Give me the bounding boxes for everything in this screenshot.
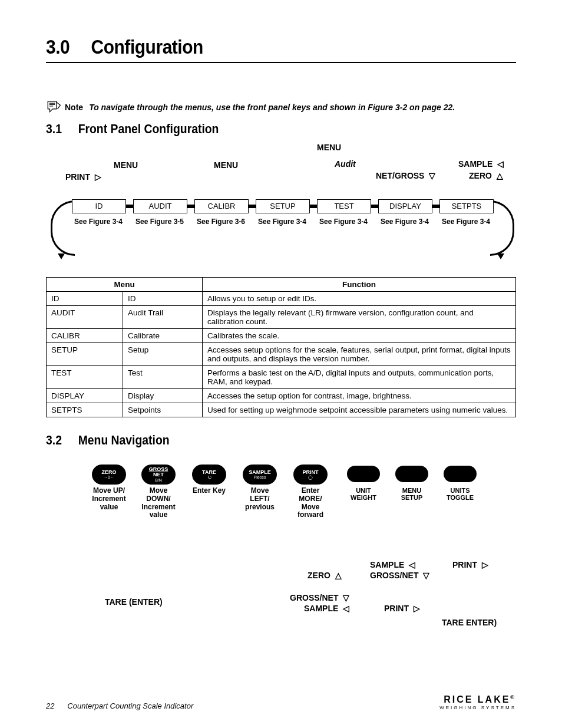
triangle-down-icon: ▽	[423, 571, 429, 580]
registered-icon: ®	[510, 694, 516, 700]
flow-box-calibr: CALIBR	[194, 199, 249, 213]
footer-brand: RICE LAKE® WEIGHING SYSTEMS	[439, 694, 516, 710]
flow-loop-left	[51, 200, 75, 256]
cell: CALIBR	[47, 329, 123, 343]
table-row: SETPTSSetpointsUsed for setting up weigh…	[47, 403, 516, 417]
note-icon	[46, 98, 61, 116]
flow-zero-text: ZERO	[469, 171, 492, 180]
triangle-left-icon: ◁	[343, 604, 349, 613]
cell: Performs a basic test on the A/D, digita…	[203, 366, 516, 389]
key-line: TARE	[202, 470, 216, 475]
flow-zero-label: ZERO △	[469, 171, 503, 180]
cell: Accesses the setup option for contrast, …	[203, 389, 516, 403]
nav-tare-enter-2: TARE ENTER)	[442, 618, 497, 627]
nav-print-text-2: PRINT	[384, 604, 409, 613]
menu-setup-label: MENU SETUP	[391, 487, 432, 501]
zero-key-icon: ZERO →0←	[92, 465, 126, 485]
flow-see-0: See Figure 3-4	[72, 218, 125, 226]
key-line: ZERO	[101, 470, 116, 475]
flow-print-text: PRINT	[65, 172, 90, 182]
nav-zero: ZERO △	[308, 571, 342, 580]
cell: Calibrate	[123, 329, 203, 343]
flow-see-6: See Figure 3-4	[439, 218, 492, 226]
section-3-1-number: 3.1	[46, 121, 75, 137]
flow-netgross-text: NET/GROSS	[376, 171, 424, 180]
triangle-down-icon: ▽	[343, 593, 349, 602]
nav-grossnet-down: GROSS/NET ▽	[370, 571, 429, 580]
flow-see-3: See Figure 3-4	[256, 218, 309, 226]
triangle-up-icon: △	[335, 571, 342, 580]
heading-number: 3.0	[46, 35, 87, 58]
flow-loop-right	[490, 200, 514, 256]
cell: Displays the legally relevant (LR) firmw…	[203, 306, 516, 329]
table-row: CALIBRCalibrateCalibrates the scale.	[47, 329, 516, 343]
triangle-left-icon: ◁	[409, 560, 415, 569]
nav-sample-left-2: SAMPLE ◁	[304, 604, 349, 613]
key-sample: SAMPLE Pieces Move LEFT/ previous	[237, 465, 283, 511]
key-line: PRINT	[303, 470, 319, 475]
flow-top-menu: MENU	[317, 143, 341, 152]
key-print: PRINT ◯ Enter MORE/ Move forward	[287, 465, 333, 519]
print-key-icon: PRINT ◯	[293, 465, 328, 485]
triangle-right-icon: ▷	[414, 604, 420, 613]
cell: DISPLAY	[47, 389, 123, 403]
table-row: IDIDAllows you to setup or edit IDs.	[47, 292, 516, 306]
menu-setup-icon	[395, 466, 428, 482]
nav-grossnet-text: GROSS/NET	[370, 571, 418, 580]
flow-box-id: ID	[72, 199, 126, 213]
table-header-function: Function	[203, 278, 516, 292]
key-menu-setup: MENU SETUP	[391, 466, 432, 501]
table-row: AUDITAudit TrailDisplays the legally rel…	[47, 306, 516, 329]
flow-menu2: MENU	[214, 160, 238, 170]
flow-audit: Audit	[335, 159, 356, 169]
flow-box-setup: SETUP	[256, 199, 310, 213]
key-gross-desc: Move DOWN/ Increment value	[135, 487, 181, 519]
key-sample-desc: Move LEFT/ previous	[237, 487, 283, 511]
brand-subtitle: WEIGHING SYSTEMS	[439, 705, 516, 710]
cell: TEST	[47, 366, 123, 389]
cell: ID	[47, 292, 123, 306]
section-3-2-heading: 3.2 Menu Navigation	[46, 433, 459, 448]
footer-left: 22 Counterpart Counting Scale Indicator	[46, 701, 193, 710]
triangle-right-icon: ▷	[95, 172, 101, 182]
flow-menu1: MENU	[114, 160, 138, 170]
arrow-down-icon	[58, 253, 65, 259]
key-print-desc: Enter MORE/ Move forward	[287, 487, 333, 519]
key-line: SAMPLE	[249, 470, 271, 475]
cell: Allows you to setup or edit IDs.	[203, 292, 516, 306]
cell: SETPTS	[47, 403, 123, 417]
nav-grossnet-text-2: GROSS/NET	[290, 593, 338, 602]
table-header-menu: Menu	[47, 278, 203, 292]
flow-see-5: See Figure 3-4	[378, 218, 431, 226]
flow-box-display: DISPLAY	[378, 199, 432, 213]
unit-weight-label: UNIT WEIGHT	[343, 487, 384, 501]
flow-see-1: See Figure 3-5	[133, 218, 186, 226]
key-tare: TARE ⭮ Enter Key	[186, 465, 232, 495]
brand-text: RICE LAKE	[444, 694, 510, 704]
tare-key-icon: TARE ⭮	[192, 465, 226, 485]
flow-box-setpts: SETPTS	[439, 199, 494, 213]
nav-print-right: PRINT ▷	[452, 560, 488, 569]
table-header-row: Menu Function	[47, 278, 516, 292]
note-text: To navigate through the menus, use the f…	[89, 103, 455, 112]
note-row: Note To navigate through the menus, use …	[46, 98, 516, 116]
cell: SETUP	[47, 343, 123, 366]
heading-title: Configuration	[91, 35, 203, 58]
menu-function-table: Menu Function IDIDAllows you to setup or…	[46, 277, 516, 417]
key-zero-desc: Move UP/ Increment value	[86, 487, 132, 511]
nav-tare-enter: TARE (ENTER)	[105, 597, 163, 607]
section-3-1-heading: 3.1 Front Panel Configuration	[46, 121, 459, 137]
nav-print-text: PRINT	[452, 560, 477, 569]
flow-diagram: MENU MENU MENU Audit SAMPLE ◁ ZERO △ NET…	[46, 143, 516, 266]
flow-box-audit: AUDIT	[133, 199, 187, 213]
section-3-1-title: Front Panel Configuration	[78, 121, 219, 136]
nav-print-right-2: PRINT ▷	[384, 604, 420, 613]
flow-see-2: See Figure 3-6	[194, 218, 247, 226]
table-row: SETUPSetupAccesses setup options for the…	[47, 343, 516, 366]
key-tare-desc: Enter Key	[186, 487, 232, 495]
triangle-left-icon: ◁	[497, 159, 504, 169]
key-units-toggle: UNITS TOGGLE	[439, 466, 481, 501]
heading-rule	[46, 62, 516, 63]
cell: Setup	[123, 343, 203, 366]
cell: Accesses setup options for the scale, fe…	[203, 343, 516, 366]
